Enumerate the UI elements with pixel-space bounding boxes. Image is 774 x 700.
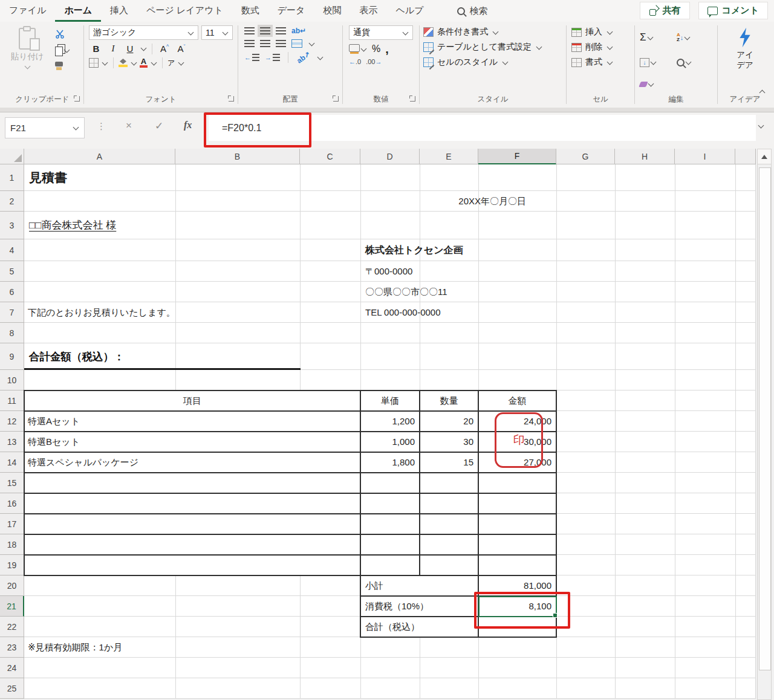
- number-format-select[interactable]: 通貨: [349, 25, 413, 40]
- formula-bar-handle[interactable]: ⋮: [97, 121, 106, 132]
- row-header-22[interactable]: 22: [0, 617, 24, 637]
- increase-indent-icon[interactable]: →: [265, 54, 280, 61]
- cell-A9-total-label[interactable]: 合計金額（税込）：: [24, 343, 300, 370]
- formula-input[interactable]: =F20*0.1: [209, 115, 756, 141]
- find-select-button[interactable]: [677, 59, 712, 66]
- font-name-select[interactable]: 游ゴシック: [89, 25, 198, 40]
- row-header-25[interactable]: 25: [0, 678, 24, 699]
- row-header-3[interactable]: 3: [0, 212, 24, 239]
- row-header-20[interactable]: 20: [0, 575, 24, 596]
- row-header-9[interactable]: 9: [0, 343, 24, 370]
- row-header-8[interactable]: 8: [0, 323, 24, 343]
- align-bottom-icon[interactable]: [276, 27, 286, 34]
- cell-F11-header-amount[interactable]: 金額: [478, 391, 556, 411]
- shrink-font-button[interactable]: Aˇ: [174, 43, 189, 54]
- comment-button[interactable]: コメント: [698, 2, 768, 19]
- align-center-icon[interactable]: [260, 40, 270, 47]
- column-header-E[interactable]: E: [420, 149, 478, 164]
- column-header-H[interactable]: H: [615, 149, 675, 164]
- wrap-text-icon[interactable]: ab↵: [291, 27, 306, 35]
- row-header-17[interactable]: 17: [0, 514, 24, 534]
- cell-D14-price[interactable]: 1,800: [360, 452, 420, 473]
- font-color-button[interactable]: A: [140, 58, 148, 68]
- cancel-icon[interactable]: ×: [126, 120, 132, 132]
- decrease-indent-icon[interactable]: ←: [244, 54, 259, 61]
- italic-button[interactable]: I: [106, 43, 120, 54]
- cell-F22-value[interactable]: [478, 617, 556, 637]
- fill-color-button[interactable]: [119, 59, 128, 67]
- tab-file[interactable]: ファイル: [0, 0, 55, 22]
- clear-button[interactable]: [640, 82, 675, 87]
- autosum-button[interactable]: Σ: [640, 31, 675, 44]
- column-header-I[interactable]: I: [675, 149, 735, 164]
- row-header-23[interactable]: 23: [0, 637, 24, 658]
- insert-function-icon[interactable]: fx: [184, 120, 192, 131]
- row-header-11[interactable]: 11: [0, 391, 24, 411]
- tab-review[interactable]: 校閲: [314, 0, 350, 22]
- select-all-corner[interactable]: [0, 149, 24, 164]
- cell-A1-title[interactable]: 見積書: [24, 164, 360, 191]
- column-header-A[interactable]: A: [24, 149, 175, 164]
- row-header-16[interactable]: 16: [0, 493, 24, 514]
- align-right-icon[interactable]: [276, 40, 286, 47]
- underline-button[interactable]: U: [123, 43, 137, 54]
- row-header-2[interactable]: 2: [0, 191, 24, 212]
- cell-A7-greeting[interactable]: 下記のとおりお見積りいたします。: [24, 302, 360, 323]
- cell-styles-button[interactable]: セルのスタイル: [423, 57, 509, 68]
- row-header-14[interactable]: 14: [0, 452, 24, 473]
- selected-cell-F21[interactable]: [478, 596, 557, 617]
- vertical-scrollbar[interactable]: [757, 149, 772, 700]
- share-button[interactable]: 共有: [640, 2, 690, 19]
- font-dialog-launcher[interactable]: [229, 96, 234, 102]
- cell-A12-name[interactable]: 特選Aセット: [24, 411, 360, 432]
- sort-filter-button[interactable]: AZ ↓: [677, 33, 712, 42]
- cell-D13-price[interactable]: 1,000: [360, 432, 420, 452]
- align-top-icon[interactable]: [244, 27, 255, 34]
- cell-E14-qty[interactable]: 15: [420, 452, 478, 473]
- tab-insert[interactable]: 挿入: [101, 0, 137, 22]
- enter-icon[interactable]: ✓: [155, 120, 163, 132]
- cell-D11-header-price[interactable]: 単価: [360, 391, 420, 411]
- number-dialog-launcher[interactable]: [410, 96, 415, 102]
- accounting-format-button[interactable]: [349, 44, 367, 54]
- row-header-18[interactable]: 18: [0, 534, 24, 555]
- cell-D7-tel[interactable]: TEL 000-000-0000: [360, 302, 556, 323]
- conditional-formatting-button[interactable]: 条件付き書式: [423, 27, 499, 37]
- cell-D20-label[interactable]: 小計: [360, 575, 478, 596]
- fill-button[interactable]: ↓: [640, 58, 675, 67]
- insert-cells-button[interactable]: 挿入: [571, 27, 613, 37]
- column-header-F[interactable]: F: [478, 149, 556, 164]
- ideas-button[interactable]: アイデア: [719, 25, 771, 93]
- row-header-1[interactable]: 1: [0, 164, 24, 191]
- row-header-21[interactable]: 21: [0, 596, 24, 617]
- cell-E13-qty[interactable]: 30: [420, 432, 478, 452]
- cell-A3-customer[interactable]: □□商会株式会社 様: [24, 212, 360, 239]
- row-header-15[interactable]: 15: [0, 473, 24, 493]
- orientation-icon[interactable]: ab↗: [295, 50, 312, 65]
- tab-view[interactable]: 表示: [350, 0, 386, 22]
- tab-help[interactable]: ヘルプ: [386, 0, 432, 22]
- fill-handle[interactable]: [553, 613, 558, 618]
- format-cells-button[interactable]: 書式: [571, 57, 613, 68]
- column-header-stub[interactable]: [735, 149, 756, 164]
- format-as-table-button[interactable]: テーブルとして書式設定: [423, 42, 542, 53]
- cell-D22-label[interactable]: 合計（税込）: [360, 617, 478, 637]
- cell-D5-postal[interactable]: 〒000-0000: [360, 261, 556, 282]
- font-size-select[interactable]: 11: [201, 25, 233, 40]
- merge-center-icon[interactable]: [291, 39, 302, 48]
- copy-button[interactable]: [55, 44, 70, 56]
- worksheet-grid[interactable]: ABCDEFGHI1234567891011121314151617181920…: [0, 149, 774, 700]
- align-middle-icon[interactable]: [260, 27, 270, 34]
- row-header-5[interactable]: 5: [0, 261, 24, 282]
- row-header-6[interactable]: 6: [0, 282, 24, 302]
- cut-button[interactable]: [55, 29, 70, 39]
- search-tab[interactable]: 検索: [457, 5, 488, 17]
- decrease-decimal-button[interactable]: .00→: [366, 58, 382, 65]
- column-header-C[interactable]: C: [300, 149, 360, 164]
- paste-button[interactable]: 貼り付け: [2, 25, 49, 70]
- name-box[interactable]: F21: [5, 117, 85, 138]
- tab-page-layout[interactable]: ページ レイアウト: [137, 0, 232, 22]
- cell-A23-note[interactable]: ※見積有効期限：1か月: [24, 637, 360, 658]
- tab-formulas[interactable]: 数式: [232, 0, 268, 22]
- percent-style-button[interactable]: %: [372, 44, 380, 54]
